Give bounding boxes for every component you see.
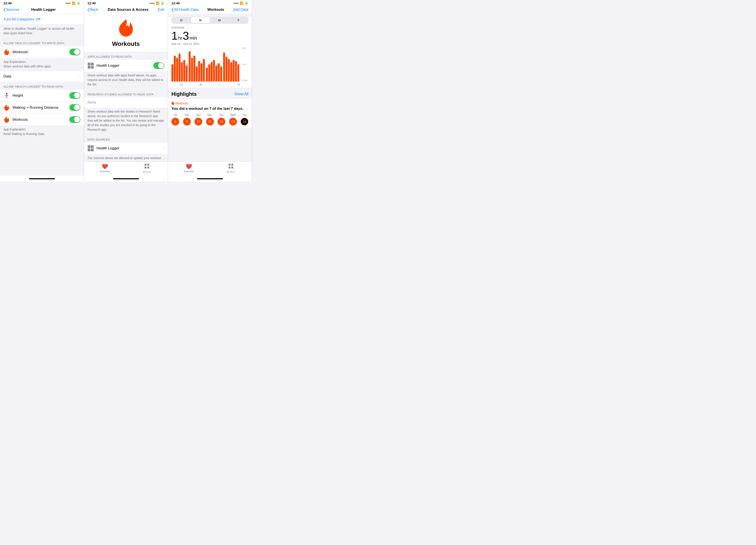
y-label-2hr: 2 hr <box>242 47 247 50</box>
scroll-content-1[interactable]: Turn All Categories Off Allow or disallo… <box>0 14 84 176</box>
seg-m[interactable]: M <box>210 17 229 23</box>
app-grid-icon-read <box>87 62 94 69</box>
research-desc: Share workout data with the studies in R… <box>84 108 168 135</box>
seg-y[interactable]: Y <box>229 17 248 23</box>
data-source-health-logger[interactable]: Health Logger › <box>84 143 168 154</box>
workouts-title-2: Workouts <box>112 40 140 47</box>
data-source-desc: The sources above are allowed to update … <box>84 154 168 162</box>
tab-summary-3[interactable]: ❤️ Summary <box>168 164 210 173</box>
avg-range: Sep 14 – Oct 14, 2021 <box>168 42 252 47</box>
nav-back-1[interactable]: Sources <box>3 8 19 12</box>
write-workouts-toggle[interactable] <box>69 49 80 55</box>
day-mon: Mon <box>206 114 214 117</box>
tab-summary-label-3: Summary <box>184 170 194 173</box>
nav-add-data[interactable]: Add Data <box>233 8 248 12</box>
day-circle-10: 10 <box>194 118 202 126</box>
nav-bar-2: Back Data Sources & Access Edit <box>84 6 168 14</box>
status-icons-2: 📶 🔋 <box>150 2 164 5</box>
highlights-section: Highlights Show All Workouts You did a w… <box>168 88 252 128</box>
highlights-header: Highlights Show All <box>168 88 252 99</box>
status-bar-3: 12:40 📶 🔋 <box>168 0 252 6</box>
svg-rect-45 <box>231 164 233 166</box>
x-label-26: 26 <box>199 83 202 86</box>
nav-back-2[interactable]: Back <box>87 8 98 12</box>
scroll-content-3[interactable]: D W M Y AVERAGE 1 hr 3 min Sep 14 – Oct … <box>168 14 252 162</box>
app-explanation-2: App Explanation: Read Walking & Running … <box>0 126 84 139</box>
data-row-card: Data › <box>0 71 84 82</box>
svg-rect-24 <box>191 58 193 82</box>
nav-back-3[interactable]: All Health Data <box>171 8 198 12</box>
svg-rect-7 <box>147 164 149 166</box>
description-text-1: Allow or disallow "Health Logger" to acc… <box>0 25 84 38</box>
seg-d[interactable]: D <box>172 17 191 23</box>
x-label-10: 10 <box>237 83 240 86</box>
read-section-label: ALLOW "HEALTH LOGGER" TO READ DATA: <box>0 82 84 90</box>
home-indicator-1 <box>0 176 84 182</box>
apps-read-card: Health Logger <box>84 60 168 72</box>
apps-read-label: APPS ALLOWED TO READ DATA <box>84 52 168 60</box>
read-height-label: Height <box>12 93 69 98</box>
read-item-height: Height <box>0 90 84 102</box>
seg-w[interactable]: W <box>191 17 210 23</box>
show-all-button[interactable]: Show All <box>234 92 248 96</box>
read-walking-toggle[interactable] <box>69 104 80 111</box>
tab-browse-2[interactable]: Browse <box>126 164 168 173</box>
write-items-card: Workouts <box>0 46 84 58</box>
home-indicator-2 <box>84 176 168 182</box>
grid-icon-browse-3 <box>228 164 233 170</box>
svg-rect-23 <box>189 51 191 82</box>
day-circle-13: 13 <box>229 118 237 126</box>
tab-summary-2[interactable]: ❤️ Summary <box>84 164 126 173</box>
health-logger-app-label: Health Logger <box>96 64 153 68</box>
day-fri: Fri <box>171 114 179 117</box>
day-circle-12: 12 <box>218 118 225 126</box>
panel-workouts: 12:40 📶 🔋 All Health Data Workouts Add D… <box>168 0 252 182</box>
svg-rect-16 <box>171 64 173 82</box>
status-bar-2: 12:40 📶 🔋 <box>84 0 168 6</box>
status-bar-1: 12:40 📶 🔋 <box>0 0 84 6</box>
app-note-1: Share workout data with other apps <box>3 65 51 68</box>
nav-back-label-1: Sources <box>6 8 19 12</box>
svg-rect-9 <box>147 167 149 169</box>
day-circle-11: 11 <box>206 118 214 126</box>
svg-rect-33 <box>213 60 215 82</box>
nav-edit-2[interactable]: Edit <box>158 8 164 12</box>
nav-back-label-3: All Health Data <box>174 8 198 12</box>
signal-dots-3 <box>234 3 238 4</box>
svg-rect-42 <box>235 61 237 82</box>
chart-section: D W M Y AVERAGE 1 hr 3 min Sep 14 – Oct … <box>168 17 252 88</box>
read-desc: Share workout data with apps listed abov… <box>84 72 168 89</box>
svg-rect-43 <box>237 64 239 82</box>
health-logger-app-toggle[interactable] <box>153 62 164 69</box>
read-workouts-label: Workouts <box>12 118 69 122</box>
write-section-label: ALLOW "HEALTH LOGGER" TO WRITE DATA: <box>0 38 84 46</box>
data-row[interactable]: Data › <box>0 71 84 82</box>
svg-rect-35 <box>218 63 220 82</box>
day-tue: Tue <box>218 114 225 117</box>
avg-mins: 3 <box>183 29 189 42</box>
svg-rect-36 <box>220 67 222 82</box>
data-chevron: › <box>79 75 80 78</box>
read-workouts-toggle[interactable] <box>69 116 80 123</box>
read-walking-label: Walking + Running Distance <box>12 106 69 110</box>
svg-rect-22 <box>186 65 188 82</box>
svg-rect-30 <box>206 68 208 82</box>
day-wed: Wed <box>229 114 237 117</box>
read-height-toggle[interactable] <box>69 92 80 99</box>
y-label-1hr: 1 hr <box>242 63 247 66</box>
svg-rect-29 <box>203 59 205 82</box>
data-label: Data <box>3 74 79 79</box>
nav-title-2: Data Sources & Access <box>108 8 148 12</box>
scroll-content-2[interactable]: Workouts APPS ALLOWED TO READ DATA Healt… <box>84 14 168 162</box>
tab-browse-3[interactable]: Browse <box>210 164 252 173</box>
app-note-2: Read Walking & Running Data <box>3 132 44 136</box>
panel-data-sources: 12:40 📶 🔋 Back Data Sources & Access Edi… <box>84 0 168 182</box>
health-logger-app-item: Health Logger <box>84 60 168 72</box>
back-chevron-1 <box>3 8 6 12</box>
turn-all-off-button[interactable]: Turn All Categories Off <box>0 14 84 25</box>
status-icons-1: 📶 🔋 <box>66 2 80 5</box>
status-time-1: 12:40 <box>3 1 12 5</box>
battery-icon-2: 🔋 <box>161 2 164 5</box>
battery-icon-3: 🔋 <box>245 2 248 5</box>
heart-icon-summary-2: ❤️ <box>102 164 108 170</box>
